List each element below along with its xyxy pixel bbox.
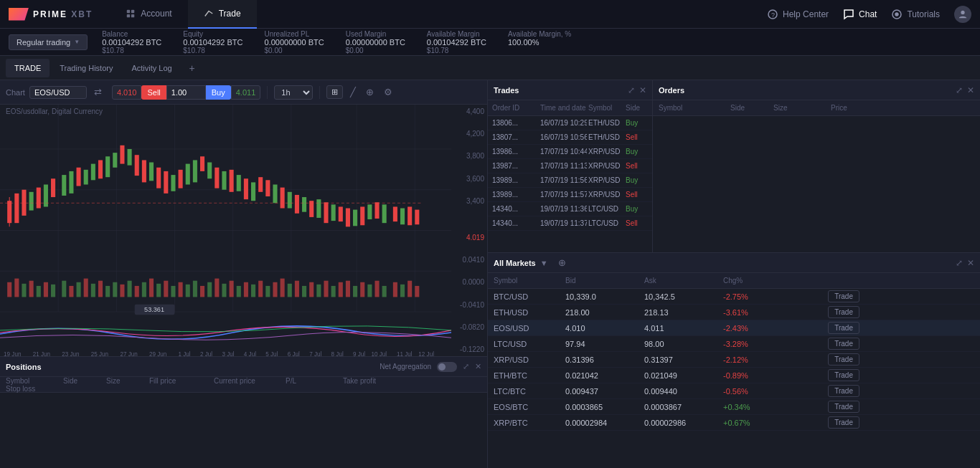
y-label-8: 0.0000 <box>454 278 484 286</box>
svg-rect-84 <box>51 285 55 297</box>
trade-row[interactable]: 13986... 17/07/19 10:44 XRP/USD Buy <box>488 145 652 159</box>
trade-cell-symbol: LTC/USD <box>588 219 624 227</box>
trade-row[interactable]: 13989... 17/07/19 11:57 XRP/USD Sell <box>488 188 652 202</box>
sell-buy-group: 4.010 Sell Buy 4.011 <box>112 85 260 100</box>
svg-rect-94 <box>128 281 132 297</box>
market-trade-btn[interactable]: Trade <box>828 290 859 302</box>
svg-rect-79 <box>14 279 19 297</box>
svg-rect-74 <box>393 206 397 221</box>
market-cell-chg: -2.43% <box>723 324 795 333</box>
svg-rect-44 <box>171 175 175 191</box>
sell-button[interactable]: Sell <box>141 85 166 100</box>
help-center-btn[interactable]: ? Help Center <box>767 9 829 20</box>
timeframe-select[interactable]: 1h5m15m4h1d <box>274 85 313 100</box>
trades-orders-row: Trades ⤢ ✕ Order ID Time and date Symbol… <box>488 80 980 253</box>
markets-filter[interactable]: ▼ <box>540 259 548 267</box>
tab-trade[interactable]: TRADE <box>6 59 50 77</box>
chart-options-btn[interactable]: ⚙ <box>381 85 395 99</box>
market-cell-ask: 4.011 <box>644 324 723 333</box>
tab-trading-history[interactable]: Trading History <box>51 59 121 77</box>
chat-btn[interactable]: Chat <box>843 9 877 20</box>
market-row[interactable]: ETH/BTC 0.021042 0.021049 -0.89% Trade <box>488 368 980 383</box>
market-row[interactable]: BTC/USD 10,339.0 10,342.5 -2.75% Trade <box>488 289 980 305</box>
chart-type-btn[interactable]: ⊞ <box>326 85 343 99</box>
market-row[interactable]: ETH/USD 218.00 218.13 -3.61% Trade <box>488 305 980 320</box>
trading-mode-btn[interactable]: Regular trading <box>9 34 88 50</box>
market-cell-symbol: XRP/BTC <box>494 419 565 427</box>
net-agg-label: Net Aggregation <box>380 363 431 371</box>
tab-add-btn[interactable]: + <box>185 61 199 75</box>
trade-row[interactable]: 14340... 19/07/19 11:36 LTC/USD Buy <box>488 202 652 216</box>
market-trade-btn[interactable]: Trade <box>828 401 859 413</box>
market-cell-bid: 4.010 <box>565 324 644 333</box>
trades-icons: ⤢ ✕ <box>628 85 646 95</box>
market-row[interactable]: EOS/USD 4.010 4.011 -2.43% Trade <box>488 320 980 336</box>
tab-activity-log[interactable]: Activity Log <box>123 59 180 77</box>
market-trade-btn[interactable]: Trade <box>828 385 859 397</box>
market-trade-btn[interactable]: Trade <box>828 306 859 318</box>
market-trade-btn[interactable]: Trade <box>828 353 859 366</box>
svg-text:5 Jul: 5 Jul <box>265 351 278 356</box>
market-trade-btn[interactable]: Trade <box>828 322 859 334</box>
markets-close-icon[interactable]: ✕ <box>967 258 974 268</box>
market-cell-chg: -0.56% <box>723 387 795 396</box>
trade-row[interactable]: 14340... 19/07/19 11:37 LTC/USD Sell <box>488 216 652 231</box>
svg-rect-125 <box>353 286 357 297</box>
chart-indicator-btn[interactable]: ⊕ <box>363 85 377 99</box>
orders-col-symbol: Symbol <box>659 104 730 112</box>
symbol-input[interactable] <box>29 86 87 99</box>
orders-panel: Orders ⤢ ✕ Symbol Side Size Price <box>653 80 980 252</box>
market-trade-btn[interactable]: Trade <box>828 338 859 350</box>
trade-row[interactable]: 13989... 17/07/19 11:56 XRP/USD Buy <box>488 173 652 188</box>
balance-balance: Balance 0.00104292 BTC $10.78 <box>102 30 161 54</box>
svg-rect-124 <box>346 281 350 297</box>
trades-expand-icon[interactable]: ⤢ <box>628 85 635 95</box>
orders-expand-icon[interactable]: ⤢ <box>956 85 963 95</box>
trade-row[interactable]: 13807... 16/07/19 10:56 ETH/USD Sell <box>488 130 652 145</box>
positions-expand-icon[interactable]: ⤢ <box>463 362 469 371</box>
markets-settings-icon[interactable]: ⊕ <box>555 256 569 269</box>
logo: PRIME XBT <box>9 8 93 21</box>
market-cell-ask: 98.00 <box>644 340 723 348</box>
market-cell-chg: -3.61% <box>723 308 795 317</box>
svg-text:27 Jun: 27 Jun <box>120 351 138 356</box>
market-row[interactable]: XRP/BTC 0.00002984 0.00002986 +0.67% Tra… <box>488 415 980 431</box>
trade-row[interactable]: 13806... 16/07/19 10:29 ETH/USD Buy <box>488 116 652 130</box>
chart-label: Chart <box>6 88 25 97</box>
balance-label-3: Used Margin <box>346 30 405 38</box>
market-row[interactable]: XRP/USD 0.31396 0.31397 -2.12% Trade <box>488 352 980 368</box>
svg-text:11 Jul: 11 Jul <box>397 351 413 356</box>
svg-rect-131 <box>400 285 405 297</box>
markets-expand-icon[interactable]: ⤢ <box>956 258 963 268</box>
tutorials-btn[interactable]: Tutorials <box>891 9 940 20</box>
svg-rect-51 <box>222 171 226 190</box>
orders-icons: ⤢ ✕ <box>956 85 974 95</box>
orders-close-icon[interactable]: ✕ <box>967 85 974 95</box>
svg-rect-112 <box>258 281 263 297</box>
svg-rect-130 <box>393 282 397 297</box>
net-agg-toggle[interactable] <box>437 362 457 372</box>
trades-close-icon[interactable]: ✕ <box>639 85 646 95</box>
chart-sync-btn[interactable]: ⇄ <box>91 85 105 99</box>
svg-rect-95 <box>135 286 139 297</box>
nav-tab-trade[interactable]: Trade <box>188 0 257 29</box>
svg-rect-91 <box>105 286 110 297</box>
trade-icon <box>204 9 214 19</box>
nav-tab-account[interactable]: Account <box>110 0 187 29</box>
buy-button[interactable]: Buy <box>206 85 231 100</box>
user-avatar[interactable] <box>954 6 971 23</box>
market-row[interactable]: LTC/BTC 0.009437 0.009440 -0.56% Trade <box>488 383 980 399</box>
market-row[interactable]: EOS/BTC 0.0003865 0.0003867 +0.34% Trade <box>488 399 980 415</box>
market-row[interactable]: LTC/USD 97.94 98.00 -3.28% Trade <box>488 336 980 352</box>
trade-row[interactable]: 13987... 17/07/19 11:13 XRP/USD Sell <box>488 159 652 173</box>
tutorials-icon <box>891 9 903 20</box>
svg-rect-57 <box>265 180 270 196</box>
market-trade-btn[interactable]: Trade <box>828 416 859 429</box>
svg-rect-2 <box>127 14 130 16</box>
positions-close-icon[interactable]: ✕ <box>475 362 481 371</box>
market-trade-btn[interactable]: Trade <box>828 369 859 381</box>
svg-text:?: ? <box>771 11 775 19</box>
chart-draw-btn[interactable]: ╱ <box>347 85 359 99</box>
price-input[interactable] <box>166 85 206 100</box>
positions-col-stoploss: Stop loss <box>6 385 63 393</box>
